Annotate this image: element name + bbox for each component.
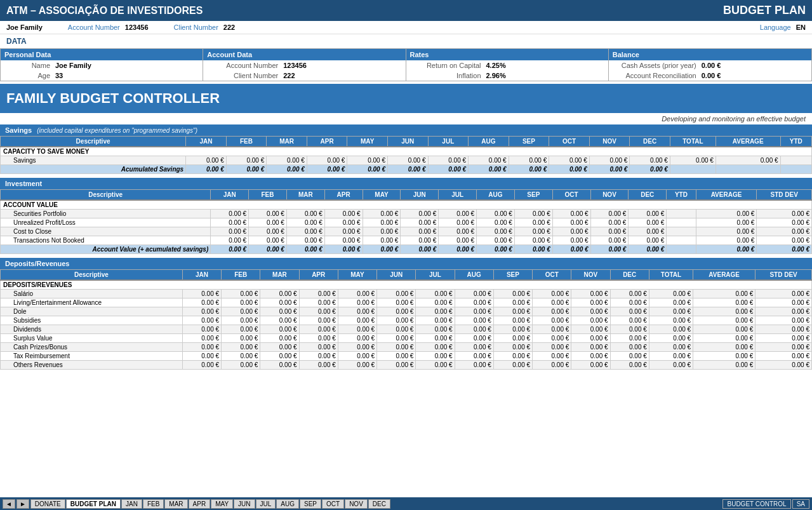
inflation-row: Inflation 2.96% <box>406 70 608 81</box>
personal-age-row: Age 33 <box>1 70 203 81</box>
savings-col-total: TOTAL <box>670 137 715 147</box>
dep-col-oct: OCT <box>533 270 571 281</box>
savings-title: Savings <box>5 126 32 134</box>
inv-unrealized-label: Unrealized Profit/Loss <box>1 218 211 227</box>
acc-sav-ytd-blank <box>780 165 811 174</box>
deposits-section-bar: Deposits/Revenues <box>0 258 812 269</box>
client-number-row: Client Number 222 <box>203 70 405 81</box>
fbc-header: FAMILY BUDGET CONTROLLER <box>0 84 812 113</box>
fbc-subtitle: Developing and monitoring an effective b… <box>0 113 812 124</box>
inflation-key: Inflation <box>410 72 486 79</box>
savings-jul: 0.00 € <box>428 156 469 165</box>
language-value: EN <box>796 23 806 31</box>
savings-col-jul: JUL <box>428 137 469 147</box>
savings-sep: 0.00 € <box>509 156 549 165</box>
budget-plan-label: BUDGET PLAN <box>723 4 806 17</box>
client-name: Joe Family <box>6 23 43 31</box>
dep-dividends-label: Dividends <box>1 325 183 334</box>
fbc-title: FAMILY BUDGET CONTROLLER <box>6 90 220 106</box>
savings-oct: 0.00 € <box>549 156 590 165</box>
dep-col-apr: APR <box>299 270 338 281</box>
savings-col-oct: OCT <box>549 137 590 147</box>
inv-col-dec: DEC <box>629 190 667 201</box>
cash-assets-key: Cash Assets (prior year) <box>613 62 702 69</box>
savings-total-row: Acumulated Savings 0.00 € 0.00 € 0.00 € … <box>1 165 812 174</box>
investment-title: Investment <box>5 180 42 187</box>
dep-category: DEPOSITS/REVENUES <box>1 280 812 290</box>
acc-num-val: 123456 <box>283 62 307 69</box>
investment-section-bar: Investment <box>0 178 812 189</box>
acc-sav-feb: 0.00 € <box>226 165 267 174</box>
main-content: ATM – ASSOCIAÇÃO DE INVESTIDORES BUDGET … <box>0 0 812 385</box>
savings-jan: 0.00 € <box>186 156 227 165</box>
savings-table: Descriptive JAN FEB MAR APR MAY JUN JUL … <box>0 136 812 174</box>
inv-col-may: MAY <box>363 190 401 201</box>
inv-col-jan: JAN <box>211 190 249 201</box>
personal-name-row: Name Joe Family <box>1 60 203 70</box>
account-number-group: Account Number 123456 <box>68 23 149 31</box>
inv-cost-row: Cost to Close 0.00 €0.00 €0.00 €0.00 €0.… <box>1 227 812 236</box>
acc-sav-oct: 0.00 € <box>549 165 590 174</box>
dep-col-average: AVERAGE <box>693 270 755 281</box>
acc-sav-may: 0.00 € <box>347 165 388 174</box>
client-number-group: Client Number 222 <box>174 23 236 31</box>
inv-col-oct: OCT <box>552 190 590 201</box>
inv-cost-label: Cost to Close <box>1 227 211 236</box>
dep-others-row: Others Revenues 0.00 €0.00 €0.00 €0.00 €… <box>1 361 812 370</box>
savings-note: (included capital expenditures on "progr… <box>37 127 197 134</box>
name-val: Joe Family <box>55 62 91 69</box>
dep-col-nov: NOV <box>571 270 610 281</box>
deposits-title: Deposits/Revenues <box>5 260 69 267</box>
savings-feb: 0.00 € <box>226 156 267 165</box>
language-label: Language <box>760 23 791 31</box>
dep-dole-row: Dole 0.00 €0.00 €0.00 €0.00 €0.00 €0.00 … <box>1 307 812 316</box>
rates-header: Rates <box>406 49 608 60</box>
savings-average: 0.00 € <box>715 156 780 165</box>
savings-col-dec: DEC <box>630 137 670 147</box>
acc-sav-dec: 0.00 € <box>630 165 670 174</box>
dep-dole-label: Dole <box>1 307 183 316</box>
inv-total-row: Account Value (+ acumulated savings) 0.0… <box>1 245 812 254</box>
dep-category-row: DEPOSITS/REVENUES <box>1 280 812 290</box>
savings-col-mar: MAR <box>267 137 307 147</box>
cash-assets-row: Cash Assets (prior year) 0.00 € <box>609 60 811 70</box>
acc-sav-jun: 0.00 € <box>387 165 428 174</box>
inv-securities-row: Securities Portfolio 0.00 €0.00 €0.00 €0… <box>1 210 812 218</box>
investment-table: Descriptive JAN FEB MAR APR MAY JUN JUL … <box>0 189 812 254</box>
acc-sav-apr: 0.00 € <box>307 165 347 174</box>
dep-col-feb: FEB <box>222 270 260 281</box>
dep-salario-row: Salário 0.00 €0.00 €0.00 €0.00 €0.00 €0.… <box>1 290 812 299</box>
account-number-value: 123456 <box>125 23 149 31</box>
dep-living-row: Living/Entertainment Allowance 0.00 €0.0… <box>1 299 812 307</box>
savings-row-label: Savings <box>1 156 186 165</box>
inv-col-average: AVERAGE <box>696 190 757 201</box>
dep-others-label: Others Revenues <box>1 361 183 370</box>
savings-col-ytd: YTD <box>780 137 811 147</box>
acc-sav-total-blank <box>670 165 715 174</box>
dep-surplus-row: Surplus Value 0.00 €0.00 €0.00 €0.00 €0.… <box>1 334 812 343</box>
data-label: DATA <box>0 34 812 48</box>
savings-apr: 0.00 € <box>307 156 347 165</box>
savings-jun: 0.00 € <box>387 156 428 165</box>
return-key: Return on Capital <box>410 62 486 69</box>
inv-transactions-row: Transactions Not Booked 0.00 €0.00 €0.00… <box>1 236 812 245</box>
cli-num-val: 222 <box>283 72 295 79</box>
account-number-row: Account Number 123456 <box>203 60 405 70</box>
inv-col-jun: JUN <box>401 190 439 201</box>
client-number-value: 222 <box>223 23 235 31</box>
deposits-table: Descriptive JAN FEB MAR APR MAY JUN JUL … <box>0 269 812 370</box>
dep-dividends-row: Dividends 0.00 €0.00 €0.00 €0.00 €0.00 €… <box>1 325 812 334</box>
dep-living-label: Living/Entertainment Allowance <box>1 299 183 307</box>
savings-mar: 0.00 € <box>267 156 307 165</box>
acc-reconciliation-val: 0.00 € <box>702 72 721 79</box>
app-header: ATM – ASSOCIAÇÃO DE INVESTIDORES BUDGET … <box>0 0 812 21</box>
savings-category: CAPACITY TO SAVE MONEY <box>1 147 812 156</box>
age-val: 33 <box>55 72 63 79</box>
dep-col-desc: Descriptive <box>1 270 183 281</box>
dep-surplus-label: Surplus Value <box>1 334 183 343</box>
savings-may: 0.00 € <box>347 156 388 165</box>
savings-col-sep: SEP <box>509 137 549 147</box>
savings-total: 0.00 € <box>670 156 715 165</box>
savings-col-aug: AUG <box>469 137 509 147</box>
app-title: ATM – ASSOCIAÇÃO DE INVESTIDORES <box>6 5 203 17</box>
